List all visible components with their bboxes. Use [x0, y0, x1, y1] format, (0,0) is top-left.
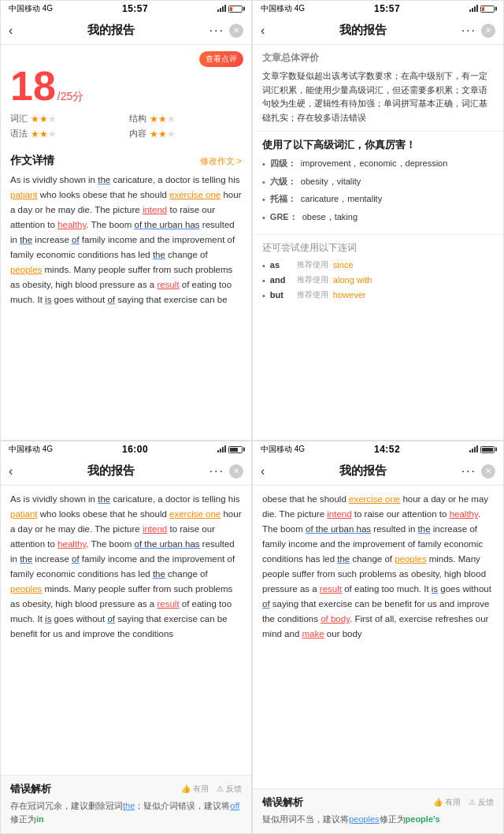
conj-bullet-1: •: [262, 276, 265, 285]
word-the-3a: the: [98, 494, 110, 504]
score-number: 18: [10, 65, 56, 106]
vocab-words-0: improvement，economic，depression: [301, 157, 447, 170]
status-bar-3: 中国移动 4G 16:00: [1, 441, 251, 457]
score-structure-stars: ★★★: [150, 114, 176, 125]
word-the-2: the: [20, 235, 32, 244]
time-4: 14:52: [374, 444, 400, 455]
nav-icons-3: ··· ✕: [209, 464, 243, 478]
conj-item-and: • and 推荐使用 along with: [262, 274, 494, 285]
word-intend-3: intend: [143, 524, 167, 534]
more-button-3[interactable]: ···: [209, 464, 224, 478]
word-the-3b: the: [20, 554, 32, 564]
back-button-4[interactable]: ‹: [261, 464, 265, 478]
vocab-list: • 四级： improvement，economic，depression • …: [262, 157, 494, 224]
vocab-words-3: obese，taking: [302, 210, 358, 224]
nav-icons-1: ··· ✕: [209, 24, 243, 38]
nav-bar-4: ‹ 我的报告 ··· ✕: [253, 457, 503, 486]
nav-icons-4: ··· ✕: [461, 464, 495, 478]
word-result-4: result: [320, 584, 342, 594]
back-button-1[interactable]: ‹: [9, 24, 13, 38]
score-grammar-stars: ★★★: [31, 128, 57, 140]
word-the-1: the: [98, 175, 110, 184]
battery-icon-4: [480, 446, 495, 453]
more-button-1[interactable]: ···: [209, 24, 224, 38]
conj-word-2: but: [270, 290, 292, 300]
score-structure: 结构 ★★★: [129, 113, 242, 125]
word-patiant-3: patiant: [10, 509, 38, 519]
feedback-button-4[interactable]: ⚠ 反馈: [469, 797, 494, 808]
nav-title-1: 我的报告: [87, 23, 135, 38]
score-section: 查看点评 18 /25分 词汇 ★★★ 结构 ★★★ 语法 ★★★: [1, 45, 251, 147]
panel-top-left: 中国移动 4G 15:57 ‹ 我的报告: [0, 0, 252, 441]
status-bar-4: 中国移动 4G 14:52: [253, 441, 503, 457]
score-content: 内容 ★★★: [129, 128, 242, 140]
nav-title-4: 我的报告: [339, 464, 387, 478]
helpful-button-3[interactable]: 👍 有用: [181, 784, 209, 795]
conj-suggest-1: along with: [333, 275, 372, 285]
essay-link-1[interactable]: 修改作文 >: [200, 155, 242, 167]
bullet-0: •: [262, 158, 265, 171]
word-the-3: the: [153, 250, 165, 259]
nav-bar-2: ‹ 我的报告 ··· ✕: [253, 17, 503, 45]
vocab-section: 使用了以下高级词汇，你真厉害！ • 四级： improvement，econom…: [253, 131, 503, 234]
word-exercise-one-1: exercise one: [169, 190, 220, 199]
close-button-4[interactable]: ✕: [481, 464, 495, 478]
essay-header-1: 作文详情 修改作文 >: [10, 154, 242, 168]
bullet-3: •: [262, 211, 265, 225]
review-button[interactable]: 查看点评: [199, 51, 243, 67]
error-actions-4: 👍 有用 ⚠ 反馈: [433, 797, 494, 808]
word-of-3: of: [72, 554, 80, 564]
eval-title: 文章总体评价: [262, 51, 494, 65]
nav-bar-3: ‹ 我的报告 ··· ✕: [1, 457, 251, 486]
panel-bottom-right: 中国移动 4G 14:52 ‹ 我的报告: [252, 441, 504, 834]
feedback-button-3[interactable]: ⚠ 反馈: [217, 784, 242, 795]
close-button-3[interactable]: ✕: [229, 464, 243, 478]
back-button-3[interactable]: ‹: [9, 464, 13, 478]
word-of-body: of body: [321, 614, 350, 624]
word-healthy-1: healthy: [57, 220, 86, 229]
word-is-3: is: [45, 614, 51, 624]
more-button-4[interactable]: ···: [461, 464, 476, 478]
word-healthy-4: healthy: [450, 509, 478, 519]
essay-body-1: As is vividly shown in the caricature, a…: [10, 173, 242, 307]
error-word-peoples-correction: people's: [406, 814, 440, 824]
error-text-4: 疑似用词不当，建议将peoples修正为people's: [262, 813, 494, 827]
vocab-level-1: 六级：: [270, 175, 296, 188]
conj-list: • as 推荐使用 since • and 推荐使用 along with • …: [262, 259, 494, 300]
error-word-off: off: [230, 801, 239, 810]
status-bar-1: 中国移动 4G 15:57: [1, 1, 251, 17]
signal-icon-4: [469, 445, 478, 454]
conj-label-2: 推荐使用: [297, 289, 328, 300]
bullet-1: •: [262, 176, 265, 189]
close-button-1[interactable]: ✕: [229, 24, 243, 38]
conjunction-section: 还可尝试使用以下连词 • as 推荐使用 since • and 推荐使用 al…: [253, 234, 503, 311]
word-result-3: result: [157, 599, 179, 609]
time-2: 15:57: [374, 3, 400, 14]
vocab-words-1: obesity，vitality: [301, 175, 361, 188]
word-the-4: the: [418, 524, 431, 534]
word-patiant: patiant: [10, 190, 38, 199]
helpful-button-4[interactable]: 👍 有用: [433, 797, 461, 808]
essay-section-3: As is vividly shown in the caricature, a…: [1, 486, 251, 774]
status-icons-3: [217, 445, 243, 454]
word-healthy-3: healthy: [57, 539, 86, 549]
word-result-1: result: [157, 280, 179, 289]
score-content-label: 内容: [129, 128, 146, 140]
close-button-2[interactable]: ✕: [481, 24, 495, 38]
vocab-level-0: 四级：: [270, 157, 296, 170]
conj-item-as: • as 推荐使用 since: [262, 259, 494, 270]
score-vocab-label: 词汇: [10, 113, 28, 125]
more-button-2[interactable]: ···: [461, 24, 476, 38]
nav-bar-1: ‹ 我的报告 ··· ✕: [1, 17, 251, 45]
conj-bullet-0: •: [262, 261, 265, 270]
conj-title: 还可尝试使用以下连词: [262, 241, 494, 255]
score-total: /25分: [57, 90, 83, 104]
essay-section-4: obese that he should exercise one hour a…: [253, 486, 503, 788]
error-section-3: 错误解析 👍 有用 ⚠ 反馈 存在冠词冗余，建议删除冠词the；疑似介词错误，建…: [1, 775, 251, 833]
back-button-2[interactable]: ‹: [261, 24, 265, 38]
error-title-4: 错误解析: [262, 795, 303, 810]
signal-icon-3: [217, 445, 226, 454]
vocab-level-3: GRE：: [270, 210, 298, 224]
word-of-the-urban-3: of the urban has: [135, 539, 200, 549]
score-vocab: 词汇 ★★★: [10, 113, 123, 125]
